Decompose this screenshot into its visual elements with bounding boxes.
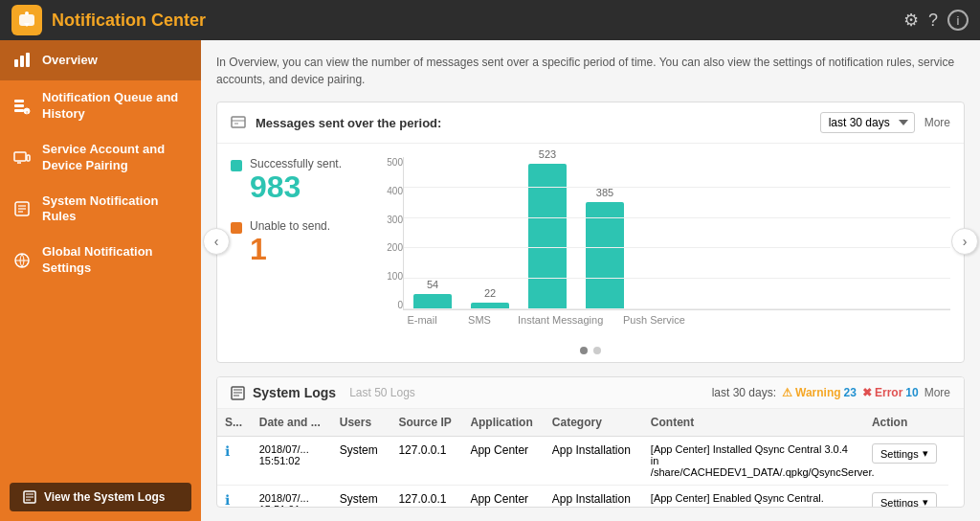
y-label-500: 500 xyxy=(387,157,403,168)
tools-icon[interactable]: ⚙ xyxy=(903,10,919,31)
row1-ip: 127.0.0.1 xyxy=(390,437,462,486)
y-label-200: 200 xyxy=(387,242,403,253)
row2-settings-btn[interactable]: Settings ▾ xyxy=(872,492,937,508)
error-dot xyxy=(231,222,242,234)
svg-rect-6 xyxy=(14,100,24,102)
view-logs-label: View the System Logs xyxy=(44,490,166,504)
dropdown-chevron-2: ▾ xyxy=(923,496,928,508)
row2-category: App Installation xyxy=(545,486,643,509)
sidebar-item-rules-label: System Notification Rules xyxy=(42,193,189,226)
overview-description: In Overview, you can view the number of … xyxy=(216,54,965,88)
sidebar-item-overview-label: Overview xyxy=(42,53,98,69)
logs-table-body: ℹ 2018/07/...15:51:02 System 127.0.0.1 A… xyxy=(217,437,964,509)
legend-error-text: Unable to send. 1 xyxy=(250,219,330,266)
chart-legend: Successfully sent. 983 Unable to send. 1 xyxy=(231,157,355,326)
bar-im-rect xyxy=(528,164,567,309)
row1-category: App Installation xyxy=(545,437,643,486)
sidebar-item-global-label: Global Notification Settings xyxy=(42,244,189,277)
info-icon[interactable]: i xyxy=(947,10,969,31)
device-icon xyxy=(11,147,33,169)
col-category: Category xyxy=(545,409,643,437)
dropdown-chevron-1: ▾ xyxy=(923,447,928,460)
bar-email: 54 xyxy=(413,279,452,309)
error-circle-icon: ✖ xyxy=(862,386,872,399)
bar-push-value: 385 xyxy=(596,187,613,198)
error-label: Error xyxy=(875,386,902,399)
grid-line-4 xyxy=(404,248,950,279)
messages-icon xyxy=(231,115,246,130)
carousel-right-arrow[interactable]: › xyxy=(951,228,978,255)
sidebar-item-rules[interactable]: System Notification Rules xyxy=(0,184,201,236)
help-icon[interactable]: ? xyxy=(928,11,938,31)
warning-badge: ⚠ Warning 23 xyxy=(782,386,857,399)
svg-rect-24 xyxy=(232,117,245,127)
main-layout: Overview ! Notification Queue and Histor… xyxy=(0,40,980,521)
x-label-email: E-mail xyxy=(403,314,441,326)
logs-stats: last 30 days: ⚠ Warning 23 ✖ Error 10 Mo… xyxy=(712,386,950,399)
x-label-sms: SMS xyxy=(460,314,499,326)
row1-settings-btn[interactable]: Settings ▾ xyxy=(872,443,937,464)
messages-panel: Messages sent over the period: last 30 d… xyxy=(216,102,965,363)
y-label-100: 100 xyxy=(387,271,403,282)
col-users: Users xyxy=(332,409,391,437)
bar-sms: 22 xyxy=(471,287,509,309)
view-logs-button[interactable]: View the System Logs xyxy=(10,483,191,511)
carousel-dots xyxy=(217,339,964,362)
svg-point-2 xyxy=(25,11,29,15)
messages-header: Messages sent over the period: last 30 d… xyxy=(217,102,964,144)
legend-success-value: 983 xyxy=(250,170,342,204)
bar-im-value: 523 xyxy=(539,148,556,160)
row1-user: System xyxy=(332,437,391,486)
svg-rect-5 xyxy=(26,53,30,67)
warning-count[interactable]: 23 xyxy=(844,386,857,399)
legend-success: Successfully sent. 983 xyxy=(231,157,355,204)
table-row: ℹ 2018/07/...15:51:01 System 127.0.0.1 A… xyxy=(217,486,964,509)
sidebar-item-queue[interactable]: ! Notification Queue and History xyxy=(0,80,201,132)
queue-icon: ! xyxy=(11,96,33,117)
logs-subtitle: Last 50 Logs xyxy=(349,386,415,399)
sidebar-item-global[interactable]: Global Notification Settings xyxy=(0,235,201,286)
logs-table: S... Date and ... Users Source IP Applic… xyxy=(217,409,964,508)
row2-app: App Center xyxy=(462,486,544,509)
logs-icon xyxy=(23,490,36,504)
carousel-dot-2[interactable] xyxy=(593,347,601,354)
grid-line-3 xyxy=(404,218,950,249)
messages-title: Messages sent over the period: xyxy=(256,116,811,130)
carousel-dot-1[interactable] xyxy=(580,347,588,354)
row2-action: Settings ▾ xyxy=(864,486,948,509)
col-status: S... xyxy=(217,409,252,437)
sidebar-item-overview[interactable]: Overview xyxy=(0,40,201,80)
grid-line-1 xyxy=(404,157,950,188)
chart-area: ‹ Successfully sent. 983 Unable to send. xyxy=(217,144,964,339)
bar-chart: 500 400 300 200 100 0 xyxy=(374,157,950,326)
sidebar-item-service[interactable]: Service Account and Device Pairing xyxy=(0,132,201,184)
col-ip: Source IP xyxy=(390,409,462,437)
logs-table-container: S... Date and ... Users Source IP Applic… xyxy=(217,409,964,508)
sidebar-item-service-label: Service Account and Device Pairing xyxy=(42,142,189,174)
period-select[interactable]: last 30 days last 7 days last 24 hours xyxy=(820,112,915,133)
logs-header-row: S... Date and ... Users Source IP Applic… xyxy=(217,409,964,437)
sidebar-bottom: View the System Logs xyxy=(0,473,201,521)
carousel-left-arrow[interactable]: ‹ xyxy=(203,228,230,255)
app-header: Notification Center ⚙ ? i xyxy=(0,0,980,40)
sidebar-item-queue-label: Notification Queue and History xyxy=(42,90,189,123)
messages-more-link[interactable]: More xyxy=(924,116,950,129)
bar-push: 385 xyxy=(586,187,624,309)
x-label-push: Push Service xyxy=(575,314,623,326)
info-icon-1: ℹ xyxy=(225,443,230,459)
logs-panel: System Logs Last 50 Logs last 30 days: ⚠… xyxy=(216,376,965,508)
legend-error-value: 1 xyxy=(250,233,330,266)
row1-content: [App Center] Installed Qsync Central 3.0… xyxy=(643,437,864,486)
error-count[interactable]: 10 xyxy=(905,386,918,399)
error-badge: ✖ Error 10 xyxy=(862,386,919,399)
svg-rect-8 xyxy=(14,109,24,112)
logs-more-link[interactable]: More xyxy=(924,386,950,399)
logs-header: System Logs Last 50 Logs last 30 days: ⚠… xyxy=(217,377,964,409)
bar-email-value: 54 xyxy=(427,279,438,290)
info-icon-2: ℹ xyxy=(225,492,230,508)
success-dot xyxy=(231,160,242,171)
row2-ip: 127.0.0.1 xyxy=(390,486,462,509)
row2-status: ℹ xyxy=(217,486,252,509)
y-axis: 500 400 300 200 100 0 xyxy=(374,157,403,310)
y-label-300: 300 xyxy=(387,215,403,225)
